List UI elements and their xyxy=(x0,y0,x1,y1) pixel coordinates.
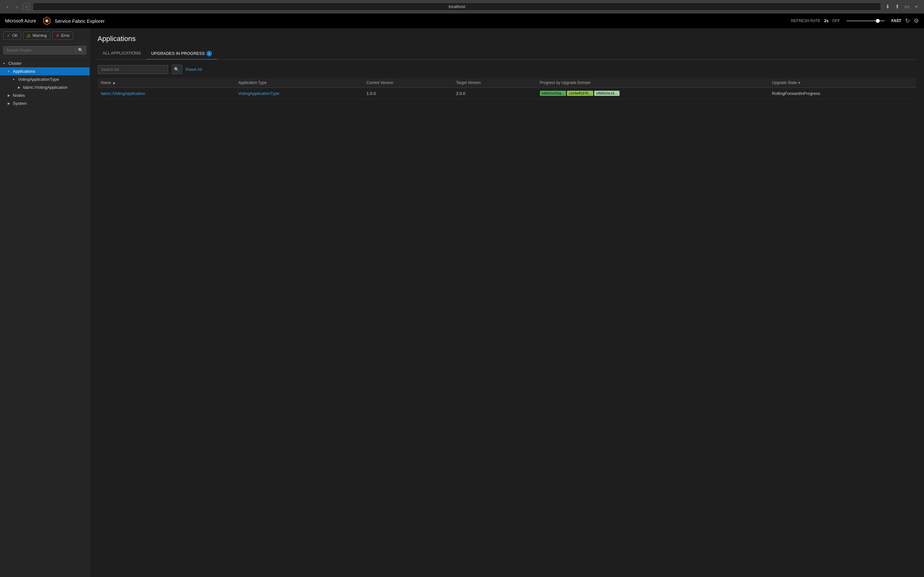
browser-actions: ⬇ ⬆ ▭ + xyxy=(884,3,920,11)
error-label: Error xyxy=(61,33,70,38)
refresh-button[interactable]: ↻ xyxy=(905,17,910,24)
table-row: fabric:/VotingApplicationVotingApplicati… xyxy=(97,88,916,99)
tree-nav: ▾Cluster▾Applications▾VotingApplicationT… xyxy=(0,57,89,109)
forward-button[interactable]: › xyxy=(13,3,21,10)
column-header-upgradeState[interactable]: Upgrade State▾ xyxy=(769,78,916,88)
search-list-button[interactable]: 🔍 xyxy=(171,65,182,74)
ok-label: OK xyxy=(12,33,18,38)
tabs-container: ALL APPLICATIONSUPGRADES IN PROGRESS1 xyxy=(97,48,916,60)
ok-icon: ✓ xyxy=(7,33,11,38)
tree-item-label: VotingApplicationType xyxy=(18,77,59,82)
upgrade-domain-badge-completed[interactable]: b9d52c016a... xyxy=(540,91,566,96)
tree-item-votingapplicationtype[interactable]: ▾VotingApplicationType xyxy=(0,75,89,83)
table-body: fabric:/VotingApplicationVotingApplicati… xyxy=(97,88,916,99)
upgrade-domain-badge-in-progress[interactable]: c2e9eff1976... xyxy=(567,91,593,96)
tab-upgrades-in-progress[interactable]: UPGRADES IN PROGRESS1 xyxy=(146,48,217,60)
settings-button[interactable]: ⚙ xyxy=(914,17,919,24)
search-bar-container: 🔍 xyxy=(0,43,89,57)
app-container: Microsoft Azure Service Fabric Explorer … xyxy=(0,13,924,577)
tree-item-label: fabric:/VotingApplication xyxy=(23,85,68,90)
cell-upgrade-state: RollingForwardInProgress xyxy=(769,88,916,99)
tree-arrow-icon: ▾ xyxy=(3,61,7,65)
app-title-section: Service Fabric Explorer xyxy=(42,16,105,25)
column-header-currentVersion: Current Version xyxy=(363,78,453,88)
reset-all-button[interactable]: Reset All xyxy=(186,67,202,72)
warning-label: Warning xyxy=(32,33,47,38)
error-icon: ✕ xyxy=(56,33,60,38)
tab-badge: 1 xyxy=(206,51,212,56)
cell-target-version: 2.0.0 xyxy=(453,88,536,99)
top-nav: Microsoft Azure Service Fabric Explorer … xyxy=(0,13,924,28)
content-panel: Applications ALL APPLICATIONSUPGRADES IN… xyxy=(90,28,924,577)
back-button[interactable]: ‹ xyxy=(4,3,11,10)
app-title: Service Fabric Explorer xyxy=(55,18,105,24)
tree-item-applications[interactable]: ▾Applications xyxy=(0,67,89,75)
tree-arrow-icon: ▶ xyxy=(18,85,22,89)
column-header-progress: Progress by Upgrade Domain xyxy=(537,78,769,88)
refresh-off-label: OFF xyxy=(832,19,840,23)
table-header: Name ▲Application TypeCurrent VersionTar… xyxy=(97,78,916,88)
column-header-name: Name ▲ xyxy=(97,78,235,88)
search-cluster-button[interactable]: 🔍 xyxy=(75,46,86,55)
sidebar: ✓ OK ⚠ Warning ✕ Error 🔍 ▾Cluster▾Applic… xyxy=(0,28,90,577)
tree-item-system[interactable]: ▶System xyxy=(0,99,89,107)
tab-all-applications[interactable]: ALL APPLICATIONS xyxy=(97,48,146,60)
cell-progress: b9d52c016a...c2e9eff1976...cf68563e16... xyxy=(537,88,769,99)
applications-table: Name ▲Application TypeCurrent VersionTar… xyxy=(97,78,916,99)
tree-item-label: Nodes xyxy=(13,93,25,98)
share-icon[interactable]: ⬆ xyxy=(893,3,901,11)
azure-brand: Microsoft Azure xyxy=(5,18,36,23)
cell-app-type: VotingApplicationType xyxy=(235,88,363,99)
ok-status-button[interactable]: ✓ OK xyxy=(3,31,21,40)
refresh-value: 2s xyxy=(824,19,829,23)
search-cluster-input[interactable] xyxy=(3,46,75,55)
tree-item-label: Applications xyxy=(13,69,35,74)
plus-icon[interactable]: + xyxy=(913,3,920,11)
tree-arrow-icon: ▶ xyxy=(8,93,11,97)
app-type-link[interactable]: VotingApplicationType xyxy=(238,91,279,96)
column-header-targetVersion: Target Version xyxy=(453,78,536,88)
address-bar[interactable] xyxy=(33,3,881,11)
tree-item-cluster[interactable]: ▾Cluster xyxy=(0,59,89,67)
tree-arrow-icon: ▾ xyxy=(8,69,11,73)
page-title: Applications xyxy=(97,35,916,43)
refresh-fast-label: FAST xyxy=(891,19,901,23)
browser-toolbar: ‹ › □ ⬇ ⬆ ▭ + xyxy=(0,0,924,13)
column-header-appType: Application Type xyxy=(235,78,363,88)
filter-icon: ▾ xyxy=(798,81,800,85)
tree-item-label: Cluster xyxy=(8,61,21,66)
refresh-slider[interactable] xyxy=(846,20,885,21)
upgrade-domain-badge-pending[interactable]: cf68563e16... xyxy=(594,91,620,96)
svg-point-2 xyxy=(46,20,48,22)
tree-arrow-icon: ▶ xyxy=(8,102,11,105)
search-list-input[interactable] xyxy=(97,65,168,74)
upgrade-domains: b9d52c016a...c2e9eff1976...cf68563e16... xyxy=(540,91,766,96)
tree-item-fabric--votingapplication[interactable]: ▶fabric:/VotingApplication xyxy=(0,83,89,91)
refresh-rate-label: REFRESH RATE xyxy=(791,19,821,23)
nav-right: REFRESH RATE 2s OFF FAST ↻ ⚙ xyxy=(791,17,919,24)
tree-arrow-icon: ▾ xyxy=(13,77,17,81)
cell-name: fabric:/VotingApplication xyxy=(97,88,235,99)
error-status-button[interactable]: ✕ Error xyxy=(52,31,73,40)
service-fabric-icon xyxy=(42,16,51,25)
browser-chrome: ‹ › □ ⬇ ⬆ ▭ + xyxy=(0,0,924,13)
warning-icon: ⚠ xyxy=(27,33,31,38)
tabs-icon[interactable]: ▭ xyxy=(903,3,911,11)
window-button[interactable]: □ xyxy=(23,3,30,10)
tree-item-nodes[interactable]: ▶Nodes xyxy=(0,91,89,99)
cell-current-version: 1.0.0 xyxy=(363,88,453,99)
application-link[interactable]: fabric:/VotingApplication xyxy=(101,91,145,96)
table-toolbar: 🔍 Reset All xyxy=(97,65,916,74)
download-icon[interactable]: ⬇ xyxy=(884,3,891,11)
warning-status-button[interactable]: ⚠ Warning xyxy=(23,31,50,40)
tree-item-label: System xyxy=(13,101,27,106)
main-area: ✓ OK ⚠ Warning ✕ Error 🔍 ▾Cluster▾Applic… xyxy=(0,28,924,577)
status-bar: ✓ OK ⚠ Warning ✕ Error xyxy=(0,28,89,43)
